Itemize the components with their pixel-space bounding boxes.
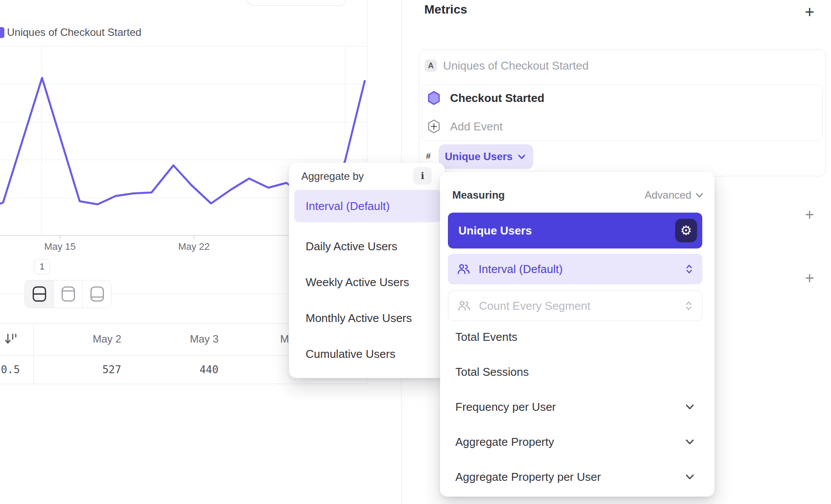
add-event-hexagon-icon: [427, 119, 440, 134]
menu-item-interval-default[interactable]: Interval (Default): [294, 190, 441, 222]
menu-item-aggregate-property-per-user[interactable]: Aggregate Property per User: [455, 470, 601, 483]
chevron-down-icon: [518, 154, 525, 159]
layout-toggle-group: [25, 280, 112, 308]
menu-item-total-events[interactable]: Total Events: [455, 330, 518, 343]
x-tick-may-15: May 15: [34, 241, 86, 252]
insights-report-view: Uniques of Checkout Started May 15 May 2…: [0, 0, 831, 504]
advanced-toggle[interactable]: Advanced: [626, 189, 703, 201]
chevron-updown-icon: [686, 264, 693, 274]
add-event-button[interactable]: Add Event: [450, 120, 503, 133]
layout-split-rows-button[interactable]: [25, 280, 54, 308]
event-row[interactable]: Checkout Started: [450, 91, 544, 105]
layout-bottom-icon: [90, 285, 105, 303]
table-cell-may-3: 440: [132, 364, 218, 376]
menu-item-aggregate-property[interactable]: Aggregate Property: [455, 435, 554, 448]
chevron-updown-icon: [685, 301, 692, 311]
chevron-down-icon: [686, 400, 695, 413]
users-icon: [458, 263, 470, 275]
table-header-may-2[interactable]: May 2: [34, 333, 121, 345]
table-header-may-3[interactable]: May 3: [132, 333, 218, 345]
gear-icon: ⚙: [680, 224, 692, 237]
aggregate-by-title: Aggregate by: [301, 170, 364, 182]
measurement-chip-label: Unique Users: [445, 150, 513, 163]
sort-descending-icon[interactable]: [4, 331, 19, 347]
measurement-chip[interactable]: Unique Users: [439, 144, 533, 169]
layout-bottom-panel-button[interactable]: [83, 280, 111, 308]
interval-selector[interactable]: Interval (Default): [448, 254, 702, 284]
menu-item-frequency-per-user[interactable]: Frequency per User: [455, 400, 556, 413]
chevron-down-icon: [686, 470, 695, 483]
info-icon[interactable]: i: [413, 167, 432, 185]
count-every-segment-label: Count Every Segment: [479, 299, 676, 313]
metrics-panel-title: Metrics: [424, 3, 467, 17]
chevron-down-icon: [696, 193, 703, 198]
menu-item-weekly-active-users[interactable]: Weekly Active Users: [306, 276, 409, 289]
table-bottom-border: [0, 384, 367, 384]
menu-item-daily-active-users[interactable]: Daily Active Users: [306, 240, 398, 253]
measuring-title: Measuring: [452, 189, 505, 201]
interval-selector-label: Interval (Default): [479, 262, 677, 276]
chevron-down-icon: [686, 435, 695, 448]
series-title: Uniques of Checkout Started: [443, 60, 588, 72]
table-row-label: 0.5: [1, 364, 32, 376]
series-badge: A: [425, 60, 437, 72]
add-metric-button[interactable]: +: [801, 3, 818, 21]
add-breakdown-button[interactable]: +: [801, 269, 818, 287]
count-every-segment-selector[interactable]: Count Every Segment: [448, 290, 702, 321]
layout-split-icon: [32, 285, 47, 303]
event-hexagon-icon: [427, 91, 440, 105]
menu-item-cumulative-users[interactable]: Cumulative Users: [306, 347, 395, 360]
add-filter-button[interactable]: +: [801, 206, 818, 224]
unique-users-option[interactable]: Unique Users ⚙: [448, 213, 702, 248]
layout-top-icon: [61, 285, 76, 303]
series-count-button[interactable]: 1: [34, 259, 50, 274]
advanced-label: Advanced: [644, 189, 691, 201]
layout-top-panel-button[interactable]: [54, 280, 83, 308]
hash-icon: #: [426, 151, 431, 161]
table-cell-may-2: 527: [34, 364, 121, 376]
menu-item-total-sessions[interactable]: Total Sessions: [455, 365, 529, 378]
unique-users-label: Unique Users: [458, 213, 532, 248]
menu-item-monthly-active-users[interactable]: Monthly Active Users: [306, 312, 412, 325]
x-tick-may-22: May 22: [168, 241, 220, 252]
gear-button[interactable]: ⚙: [675, 219, 697, 242]
users-icon: [458, 300, 470, 312]
